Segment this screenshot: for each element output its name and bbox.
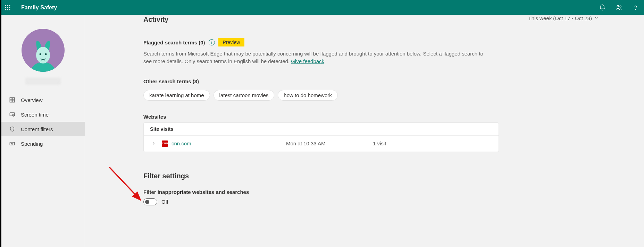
site-name[interactable]: cnn.com bbox=[172, 140, 286, 146]
filter-settings-title: Filter settings bbox=[143, 172, 644, 180]
flagged-description: Search terms from Microsoft Edge that ma… bbox=[143, 50, 491, 65]
sidebar-item-label: Content filters bbox=[21, 126, 53, 132]
search-term-pill[interactable]: latest cartoon movies bbox=[214, 90, 275, 101]
table-row[interactable]: CNN cnn.com Mon at 10:33 AM 1 visit bbox=[144, 136, 499, 152]
site-favicon: CNN bbox=[162, 140, 168, 147]
filter-inappropriate-label: Filter inappropriate websites and search… bbox=[143, 189, 644, 195]
search-term-pill[interactable]: how to do homework bbox=[278, 90, 337, 101]
give-feedback-link[interactable]: Give feedback bbox=[291, 58, 324, 64]
table-header: Site visits bbox=[144, 123, 499, 136]
svg-point-7 bbox=[7, 9, 8, 10]
svg-point-5 bbox=[9, 7, 10, 8]
main-content: Activity This week (Oct 17 - Oct 23) Fla… bbox=[85, 15, 644, 247]
svg-point-4 bbox=[7, 7, 8, 8]
svg-rect-18 bbox=[10, 97, 12, 100]
app-header: Family Safety bbox=[0, 0, 644, 15]
screen-time-icon bbox=[9, 111, 15, 118]
svg-point-25 bbox=[11, 143, 13, 145]
help-icon[interactable] bbox=[627, 0, 644, 15]
filter-toggle[interactable] bbox=[143, 198, 157, 205]
sidebar-item-spending[interactable]: Spending bbox=[1, 136, 85, 151]
svg-point-2 bbox=[9, 5, 10, 6]
svg-point-3 bbox=[5, 7, 6, 8]
app-launcher-icon[interactable] bbox=[0, 0, 15, 15]
toggle-state-label: Off bbox=[161, 199, 168, 205]
svg-point-10 bbox=[620, 6, 621, 7]
sidebar-item-label: Screen time bbox=[21, 112, 49, 118]
date-range-selector[interactable]: This week (Oct 17 - Oct 23) bbox=[528, 15, 599, 21]
family-icon[interactable] bbox=[611, 0, 627, 15]
preview-badge: Preview bbox=[218, 38, 245, 46]
sidebar-item-overview[interactable]: Overview bbox=[1, 93, 85, 107]
svg-point-15 bbox=[45, 53, 47, 55]
svg-point-16 bbox=[41, 60, 42, 61]
svg-rect-20 bbox=[10, 100, 12, 102]
shield-icon bbox=[9, 126, 15, 132]
svg-point-0 bbox=[5, 5, 6, 6]
spending-icon bbox=[9, 140, 15, 147]
svg-point-13 bbox=[36, 47, 50, 63]
chevron-down-icon bbox=[594, 15, 599, 21]
expand-row-icon[interactable] bbox=[150, 142, 157, 145]
sidebar: Overview Screen time Content filters Spe… bbox=[1, 15, 85, 247]
svg-point-14 bbox=[40, 53, 41, 55]
info-icon[interactable]: i bbox=[209, 39, 215, 45]
notification-icon[interactable] bbox=[594, 0, 611, 15]
other-terms-title: Other search terms (3) bbox=[143, 78, 499, 84]
flagged-terms-title: Flagged search terms (0) bbox=[143, 40, 205, 45]
svg-point-17 bbox=[44, 60, 45, 61]
search-term-pill[interactable]: karate learning at home bbox=[143, 90, 210, 101]
svg-rect-21 bbox=[12, 100, 15, 102]
visit-time: Mon at 10:33 AM bbox=[286, 140, 373, 146]
svg-point-11 bbox=[635, 9, 636, 9]
sidebar-item-content-filters[interactable]: Content filters bbox=[1, 122, 85, 136]
visit-count: 1 visit bbox=[373, 140, 386, 146]
svg-point-9 bbox=[617, 5, 619, 7]
svg-point-6 bbox=[5, 9, 6, 10]
date-range-text: This week (Oct 17 - Oct 23) bbox=[528, 15, 592, 21]
overview-icon bbox=[9, 97, 15, 103]
profile-name bbox=[26, 78, 60, 84]
sidebar-item-screen-time[interactable]: Screen time bbox=[1, 107, 85, 122]
svg-point-1 bbox=[7, 5, 8, 6]
sidebar-item-label: Spending bbox=[21, 141, 43, 147]
sidebar-item-label: Overview bbox=[21, 97, 43, 103]
svg-rect-24 bbox=[10, 142, 15, 145]
site-visits-table: Site visits CNN cnn.com Mon at 10:33 AM … bbox=[143, 122, 499, 152]
svg-point-12 bbox=[31, 62, 55, 72]
svg-rect-19 bbox=[12, 97, 15, 100]
websites-title: Websites bbox=[143, 114, 499, 120]
app-title: Family Safety bbox=[21, 5, 57, 11]
avatar bbox=[22, 29, 65, 72]
svg-point-8 bbox=[9, 9, 10, 10]
